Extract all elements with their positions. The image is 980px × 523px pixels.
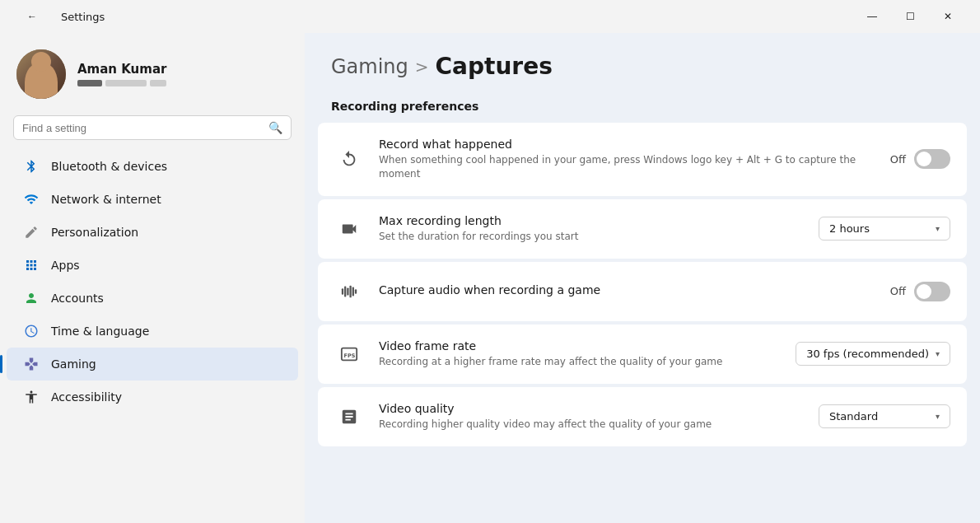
sidebar-item-label-accounts: Accounts: [51, 292, 104, 305]
sidebar-item-label-accessibility: Accessibility: [51, 390, 122, 404]
accounts-icon: [23, 290, 40, 306]
sidebar-item-gaming[interactable]: Gaming: [7, 348, 298, 381]
capture-audio-info: Capture audio when recording a game: [379, 283, 875, 299]
sidebar-item-apps[interactable]: Apps: [7, 249, 298, 282]
search-box[interactable]: 🔍: [13, 115, 292, 140]
max-recording-length-desc: Set the duration for recordings you star…: [379, 230, 804, 244]
content-header: Gaming > Captures: [305, 33, 980, 93]
setting-card-video-frame-rate: FPSVideo frame rateRecording at a higher…: [318, 325, 967, 384]
back-button[interactable]: ←: [13, 3, 51, 30]
sidebar-item-network[interactable]: Network & internet: [7, 183, 298, 216]
max-recording-length-dropdown-arrow: ▾: [936, 224, 940, 233]
bar-3: [150, 80, 166, 86]
max-recording-length-name: Max recording length: [379, 214, 804, 227]
sidebar-item-label-network: Network & internet: [51, 193, 161, 206]
time-icon: [23, 323, 40, 339]
svg-rect-5: [355, 289, 357, 294]
sidebar: Aman Kumar 🔍 Bluetooth & devicesNetwork …: [0, 33, 305, 523]
record-what-happened-control: Off: [890, 149, 950, 169]
setting-card-max-recording-length: Max recording lengthSet the duration for…: [318, 199, 967, 259]
capture-audio-control: Off: [890, 282, 950, 301]
max-recording-length-dropdown[interactable]: 2 hours▾: [819, 217, 950, 240]
svg-rect-1: [344, 286, 346, 297]
svg-rect-3: [349, 285, 351, 297]
setting-card-video-quality: Video qualityRecording higher quality vi…: [318, 387, 967, 446]
minimize-button[interactable]: —: [853, 3, 891, 30]
max-recording-length-control: 2 hours▾: [819, 217, 950, 240]
bar-1: [77, 80, 102, 86]
sidebar-item-time[interactable]: Time & language: [7, 315, 298, 348]
record-what-happened-icon: [334, 144, 364, 174]
svg-text:FPS: FPS: [344, 352, 356, 358]
video-quality-name: Video quality: [379, 402, 804, 415]
sidebar-item-label-time: Time & language: [51, 325, 149, 338]
sidebar-item-bluetooth[interactable]: Bluetooth & devices: [7, 150, 298, 183]
capture-audio-icon: [334, 277, 364, 306]
record-what-happened-desc: When something cool happened in your gam…: [379, 153, 875, 181]
record-what-happened-toggle[interactable]: [914, 149, 950, 169]
user-profile: Aman Kumar: [0, 33, 305, 112]
section-title: Recording preferences: [305, 93, 980, 123]
svg-rect-4: [352, 287, 354, 296]
breadcrumb-parent: Gaming: [331, 55, 408, 78]
user-status-bars: [77, 80, 288, 86]
user-name: Aman Kumar: [77, 62, 288, 77]
title-bar-left: ← Settings: [13, 3, 105, 30]
video-quality-control: Standard▾: [819, 404, 950, 428]
bluetooth-icon: [23, 158, 40, 175]
nav-list: Bluetooth & devicesNetwork & internetPer…: [0, 147, 305, 417]
search-icon: 🔍: [268, 121, 282, 134]
sidebar-item-label-apps: Apps: [51, 259, 80, 272]
search-input[interactable]: [22, 122, 262, 134]
sidebar-item-accessibility[interactable]: Accessibility: [7, 381, 298, 413]
close-button[interactable]: ✕: [929, 3, 967, 30]
max-recording-length-icon: [334, 214, 364, 244]
maximize-button[interactable]: ☐: [891, 3, 929, 30]
personalization-icon: [23, 224, 40, 240]
sidebar-item-label-gaming: Gaming: [51, 357, 96, 371]
breadcrumb-current: Captures: [436, 53, 553, 80]
app-title: Settings: [61, 11, 105, 23]
record-what-happened-name: Record what happened: [379, 138, 875, 151]
record-what-happened-info: Record what happenedWhen something cool …: [379, 138, 875, 181]
setting-card-capture-audio: Capture audio when recording a gameOff: [318, 262, 967, 321]
video-frame-rate-control: 30 fps (recommended)▾: [796, 342, 950, 366]
video-quality-desc: Recording higher quality video may affec…: [379, 418, 804, 432]
title-bar: ← Settings — ☐ ✕: [0, 0, 980, 33]
video-frame-rate-desc: Recording at a higher frame rate may aff…: [379, 355, 781, 369]
video-quality-dropdown-arrow: ▾: [936, 412, 940, 421]
content-area: Gaming > Captures Recording preferences …: [305, 33, 980, 523]
max-recording-length-info: Max recording lengthSet the duration for…: [379, 214, 804, 244]
bar-2: [105, 80, 147, 86]
video-quality-icon: [334, 402, 364, 432]
video-quality-dropdown-value: Standard: [829, 410, 929, 423]
sidebar-item-label-bluetooth: Bluetooth & devices: [51, 160, 167, 173]
video-frame-rate-name: Video frame rate: [379, 339, 781, 353]
apps-icon: [23, 257, 40, 273]
video-frame-rate-info: Video frame rateRecording at a higher fr…: [379, 339, 781, 369]
app-body: Aman Kumar 🔍 Bluetooth & devicesNetwork …: [0, 33, 980, 523]
video-frame-rate-dropdown-value: 30 fps (recommended): [806, 348, 929, 360]
video-frame-rate-dropdown[interactable]: 30 fps (recommended)▾: [796, 342, 950, 366]
svg-rect-0: [342, 288, 343, 294]
gaming-icon: [23, 356, 40, 372]
window-controls: — ☐ ✕: [853, 3, 967, 30]
capture-audio-toggle[interactable]: [914, 282, 950, 301]
avatar: [16, 49, 66, 99]
sidebar-item-personalization[interactable]: Personalization: [7, 216, 298, 249]
video-quality-dropdown[interactable]: Standard▾: [819, 404, 950, 428]
video-frame-rate-icon: FPS: [334, 339, 364, 369]
settings-list: Record what happenedWhen something cool …: [305, 123, 980, 448]
svg-rect-2: [347, 287, 348, 295]
breadcrumb-separator: >: [415, 57, 429, 77]
user-info: Aman Kumar: [77, 62, 288, 86]
video-frame-rate-dropdown-arrow: ▾: [936, 349, 940, 358]
network-icon: [23, 191, 40, 208]
capture-audio-toggle-label: Off: [890, 285, 906, 297]
record-what-happened-toggle-label: Off: [890, 153, 906, 166]
video-quality-info: Video qualityRecording higher quality vi…: [379, 402, 804, 432]
setting-card-record-what-happened: Record what happenedWhen something cool …: [318, 123, 967, 196]
accessibility-icon: [23, 389, 40, 405]
sidebar-item-accounts[interactable]: Accounts: [7, 282, 298, 315]
max-recording-length-dropdown-value: 2 hours: [829, 222, 929, 235]
